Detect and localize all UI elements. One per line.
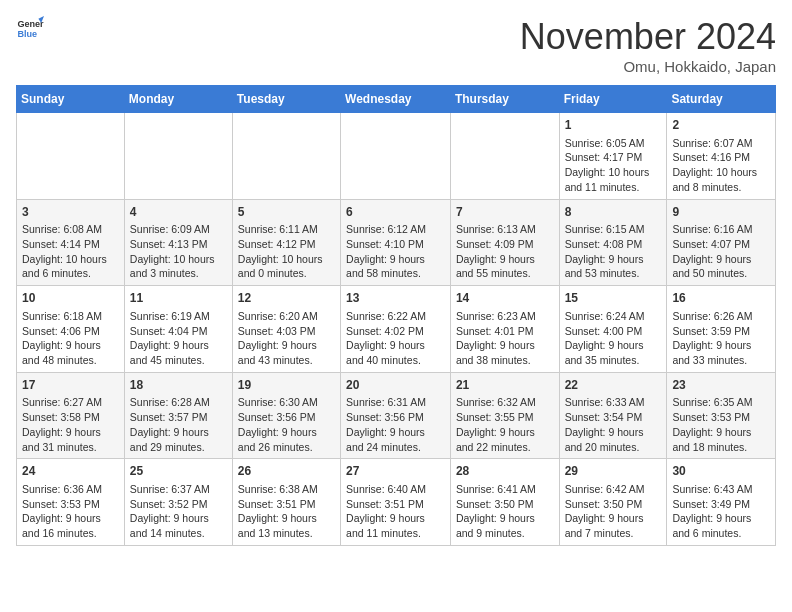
calendar-cell: 12Sunrise: 6:20 AM Sunset: 4:03 PM Dayli… — [232, 286, 340, 373]
calendar-cell: 19Sunrise: 6:30 AM Sunset: 3:56 PM Dayli… — [232, 372, 340, 459]
day-info: Sunrise: 6:31 AM Sunset: 3:56 PM Dayligh… — [346, 395, 445, 454]
day-number: 18 — [130, 377, 227, 394]
calendar-cell: 18Sunrise: 6:28 AM Sunset: 3:57 PM Dayli… — [124, 372, 232, 459]
day-number: 17 — [22, 377, 119, 394]
day-info: Sunrise: 6:35 AM Sunset: 3:53 PM Dayligh… — [672, 395, 770, 454]
calendar-cell: 27Sunrise: 6:40 AM Sunset: 3:51 PM Dayli… — [341, 459, 451, 546]
calendar-cell — [17, 113, 125, 200]
svg-text:Blue: Blue — [17, 29, 37, 39]
day-number: 2 — [672, 117, 770, 134]
day-number: 25 — [130, 463, 227, 480]
calendar-cell: 25Sunrise: 6:37 AM Sunset: 3:52 PM Dayli… — [124, 459, 232, 546]
day-number: 14 — [456, 290, 554, 307]
day-number: 15 — [565, 290, 662, 307]
day-of-week-header: Thursday — [450, 86, 559, 113]
calendar-cell: 3Sunrise: 6:08 AM Sunset: 4:14 PM Daylig… — [17, 199, 125, 286]
day-number: 13 — [346, 290, 445, 307]
day-info: Sunrise: 6:16 AM Sunset: 4:07 PM Dayligh… — [672, 222, 770, 281]
day-number: 19 — [238, 377, 335, 394]
calendar-cell: 21Sunrise: 6:32 AM Sunset: 3:55 PM Dayli… — [450, 372, 559, 459]
calendar-table: SundayMondayTuesdayWednesdayThursdayFrid… — [16, 85, 776, 546]
day-number: 20 — [346, 377, 445, 394]
calendar-cell: 13Sunrise: 6:22 AM Sunset: 4:02 PM Dayli… — [341, 286, 451, 373]
day-of-week-header: Wednesday — [341, 86, 451, 113]
calendar-cell — [450, 113, 559, 200]
calendar-cell: 11Sunrise: 6:19 AM Sunset: 4:04 PM Dayli… — [124, 286, 232, 373]
day-number: 9 — [672, 204, 770, 221]
logo-icon: General Blue — [16, 16, 44, 44]
day-of-week-header: Friday — [559, 86, 667, 113]
day-number: 26 — [238, 463, 335, 480]
day-info: Sunrise: 6:20 AM Sunset: 4:03 PM Dayligh… — [238, 309, 335, 368]
calendar-cell: 23Sunrise: 6:35 AM Sunset: 3:53 PM Dayli… — [667, 372, 776, 459]
day-info: Sunrise: 6:42 AM Sunset: 3:50 PM Dayligh… — [565, 482, 662, 541]
calendar-cell: 7Sunrise: 6:13 AM Sunset: 4:09 PM Daylig… — [450, 199, 559, 286]
day-info: Sunrise: 6:22 AM Sunset: 4:02 PM Dayligh… — [346, 309, 445, 368]
day-number: 5 — [238, 204, 335, 221]
calendar-cell: 20Sunrise: 6:31 AM Sunset: 3:56 PM Dayli… — [341, 372, 451, 459]
day-info: Sunrise: 6:30 AM Sunset: 3:56 PM Dayligh… — [238, 395, 335, 454]
day-info: Sunrise: 6:07 AM Sunset: 4:16 PM Dayligh… — [672, 136, 770, 195]
calendar-cell: 9Sunrise: 6:16 AM Sunset: 4:07 PM Daylig… — [667, 199, 776, 286]
calendar-cell: 10Sunrise: 6:18 AM Sunset: 4:06 PM Dayli… — [17, 286, 125, 373]
calendar-cell: 17Sunrise: 6:27 AM Sunset: 3:58 PM Dayli… — [17, 372, 125, 459]
calendar-cell: 28Sunrise: 6:41 AM Sunset: 3:50 PM Dayli… — [450, 459, 559, 546]
day-info: Sunrise: 6:19 AM Sunset: 4:04 PM Dayligh… — [130, 309, 227, 368]
day-number: 21 — [456, 377, 554, 394]
day-info: Sunrise: 6:36 AM Sunset: 3:53 PM Dayligh… — [22, 482, 119, 541]
day-of-week-header: Sunday — [17, 86, 125, 113]
calendar-cell: 2Sunrise: 6:07 AM Sunset: 4:16 PM Daylig… — [667, 113, 776, 200]
day-of-week-header: Monday — [124, 86, 232, 113]
calendar-cell — [124, 113, 232, 200]
calendar-cell: 26Sunrise: 6:38 AM Sunset: 3:51 PM Dayli… — [232, 459, 340, 546]
day-number: 24 — [22, 463, 119, 480]
day-of-week-header: Tuesday — [232, 86, 340, 113]
day-info: Sunrise: 6:26 AM Sunset: 3:59 PM Dayligh… — [672, 309, 770, 368]
page-header: General Blue November 2024 Omu, Hokkaido… — [16, 16, 776, 75]
day-number: 30 — [672, 463, 770, 480]
calendar-cell — [341, 113, 451, 200]
calendar-cell: 29Sunrise: 6:42 AM Sunset: 3:50 PM Dayli… — [559, 459, 667, 546]
day-info: Sunrise: 6:11 AM Sunset: 4:12 PM Dayligh… — [238, 222, 335, 281]
calendar-cell: 15Sunrise: 6:24 AM Sunset: 4:00 PM Dayli… — [559, 286, 667, 373]
day-number: 4 — [130, 204, 227, 221]
day-number: 10 — [22, 290, 119, 307]
calendar-cell: 30Sunrise: 6:43 AM Sunset: 3:49 PM Dayli… — [667, 459, 776, 546]
logo: General Blue — [16, 16, 44, 44]
day-of-week-header: Saturday — [667, 86, 776, 113]
calendar-cell: 1Sunrise: 6:05 AM Sunset: 4:17 PM Daylig… — [559, 113, 667, 200]
calendar-cell — [232, 113, 340, 200]
day-info: Sunrise: 6:15 AM Sunset: 4:08 PM Dayligh… — [565, 222, 662, 281]
calendar-cell: 4Sunrise: 6:09 AM Sunset: 4:13 PM Daylig… — [124, 199, 232, 286]
day-info: Sunrise: 6:38 AM Sunset: 3:51 PM Dayligh… — [238, 482, 335, 541]
day-info: Sunrise: 6:27 AM Sunset: 3:58 PM Dayligh… — [22, 395, 119, 454]
day-number: 1 — [565, 117, 662, 134]
day-info: Sunrise: 6:43 AM Sunset: 3:49 PM Dayligh… — [672, 482, 770, 541]
day-info: Sunrise: 6:09 AM Sunset: 4:13 PM Dayligh… — [130, 222, 227, 281]
day-info: Sunrise: 6:37 AM Sunset: 3:52 PM Dayligh… — [130, 482, 227, 541]
day-info: Sunrise: 6:05 AM Sunset: 4:17 PM Dayligh… — [565, 136, 662, 195]
day-number: 27 — [346, 463, 445, 480]
day-info: Sunrise: 6:24 AM Sunset: 4:00 PM Dayligh… — [565, 309, 662, 368]
day-info: Sunrise: 6:40 AM Sunset: 3:51 PM Dayligh… — [346, 482, 445, 541]
title-block: November 2024 Omu, Hokkaido, Japan — [520, 16, 776, 75]
month-title: November 2024 — [520, 16, 776, 58]
calendar-cell: 5Sunrise: 6:11 AM Sunset: 4:12 PM Daylig… — [232, 199, 340, 286]
calendar-cell: 22Sunrise: 6:33 AM Sunset: 3:54 PM Dayli… — [559, 372, 667, 459]
calendar-cell: 8Sunrise: 6:15 AM Sunset: 4:08 PM Daylig… — [559, 199, 667, 286]
calendar-cell: 24Sunrise: 6:36 AM Sunset: 3:53 PM Dayli… — [17, 459, 125, 546]
day-info: Sunrise: 6:28 AM Sunset: 3:57 PM Dayligh… — [130, 395, 227, 454]
day-number: 6 — [346, 204, 445, 221]
calendar-cell: 16Sunrise: 6:26 AM Sunset: 3:59 PM Dayli… — [667, 286, 776, 373]
calendar-cell: 14Sunrise: 6:23 AM Sunset: 4:01 PM Dayli… — [450, 286, 559, 373]
day-number: 29 — [565, 463, 662, 480]
calendar-cell: 6Sunrise: 6:12 AM Sunset: 4:10 PM Daylig… — [341, 199, 451, 286]
day-info: Sunrise: 6:32 AM Sunset: 3:55 PM Dayligh… — [456, 395, 554, 454]
day-info: Sunrise: 6:23 AM Sunset: 4:01 PM Dayligh… — [456, 309, 554, 368]
day-info: Sunrise: 6:13 AM Sunset: 4:09 PM Dayligh… — [456, 222, 554, 281]
day-info: Sunrise: 6:33 AM Sunset: 3:54 PM Dayligh… — [565, 395, 662, 454]
day-info: Sunrise: 6:08 AM Sunset: 4:14 PM Dayligh… — [22, 222, 119, 281]
day-info: Sunrise: 6:41 AM Sunset: 3:50 PM Dayligh… — [456, 482, 554, 541]
day-number: 16 — [672, 290, 770, 307]
day-number: 3 — [22, 204, 119, 221]
